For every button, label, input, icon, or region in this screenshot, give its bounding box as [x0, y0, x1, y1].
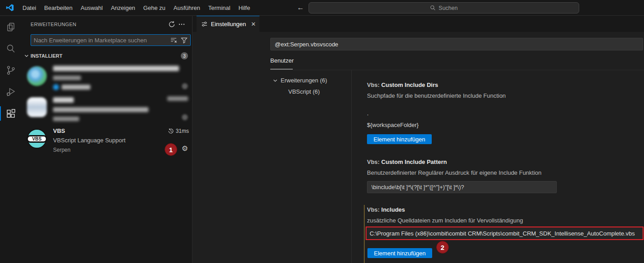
back-arrow-icon[interactable]: ←: [297, 4, 304, 12]
extension-item-redacted-2[interactable]: ⚙: [22, 93, 192, 124]
annotation-step-2: 2: [436, 241, 449, 254]
redacted-extension-title: [53, 97, 74, 103]
source-control-icon[interactable]: [0, 59, 22, 81]
add-item-button[interactable]: Element hinzufügen: [367, 134, 432, 144]
list-item-value[interactable]: ${workspaceFolder}: [367, 122, 631, 128]
include-pattern-input[interactable]: [367, 181, 557, 193]
search-icon[interactable]: [0, 38, 22, 59]
installed-count-badge: 3: [181, 52, 188, 59]
extensions-icon[interactable]: [0, 103, 22, 124]
menu-bearbeiten[interactable]: Bearbeiten: [40, 3, 76, 13]
menu-ausfuehren[interactable]: Ausführen: [170, 3, 204, 13]
explorer-icon[interactable]: [0, 16, 22, 38]
includes-list-row-highlighted[interactable]: C:\Program Files (x86)\combit\combit CRM…: [366, 227, 644, 240]
toc-label: Erweiterungen (6): [281, 77, 327, 84]
history-clock-icon: [168, 128, 174, 134]
redacted-extension-meta: [167, 96, 188, 101]
list-item-value[interactable]: .: [367, 110, 631, 117]
activation-time: 31ms: [168, 128, 189, 134]
filter-funnel-icon[interactable]: [181, 37, 188, 44]
extension-name: VBS: [53, 127, 168, 134]
gear-icon[interactable]: ⚙: [182, 113, 188, 122]
redacted-publisher-name: [62, 85, 90, 90]
close-tab-icon[interactable]: ✕: [251, 21, 256, 27]
redacted-extension-title: [53, 66, 179, 71]
tab-bar: Einstellungen ✕: [193, 16, 644, 32]
extensions-sidebar: ERWEITERUNGEN: [22, 16, 192, 263]
command-center-label: Suchen: [438, 5, 457, 11]
setting-custom-include-pattern: Vbs: Custom Include Pattern Benutzerdefi…: [367, 159, 631, 193]
tab-label: Einstellungen: [211, 21, 248, 27]
extensions-search-box: [31, 34, 191, 46]
run-and-debug-icon[interactable]: [0, 81, 22, 103]
titlebar: Datei Bearbeiten Auswahl Anzeigen Gehe z…: [0, 0, 644, 16]
redacted-publisher-name: [53, 117, 79, 121]
includes-path-value: C:\Program Files (x86)\combit\combit CRM…: [367, 230, 635, 237]
extension-item-redacted-1[interactable]: ⚙: [22, 62, 192, 93]
gear-icon[interactable]: ⚙: [182, 145, 188, 152]
toc-sash[interactable]: [351, 70, 352, 263]
extension-description: VBScript Language Support: [53, 137, 189, 144]
setting-description: Suchpfade für die benutzerdefinierte Inc…: [367, 92, 631, 99]
sidebar-title: ERWEITERUNGEN: [31, 22, 167, 27]
chevron-down-icon: [23, 53, 30, 59]
menu-auswahl[interactable]: Auswahl: [76, 3, 107, 13]
vscode-logo-icon: [6, 4, 14, 12]
settings-search-input[interactable]: [271, 38, 643, 50]
setting-description: zusätzliche Quelldateien zum Includen fü…: [367, 217, 631, 224]
toc-item-erweiterungen[interactable]: Erweiterungen (6): [272, 77, 327, 84]
sidebar-header: ERWEITERUNGEN: [22, 16, 192, 32]
scope-divider: [270, 70, 644, 70]
vscode-window: Datei Bearbeiten Auswahl Anzeigen Gehe z…: [0, 0, 644, 263]
menu-hilfe[interactable]: Hilfe: [234, 3, 254, 13]
more-actions-icon[interactable]: [177, 19, 187, 29]
menu-gehe-zu[interactable]: Gehe zu: [139, 3, 170, 13]
menu-anzeigen[interactable]: Anzeigen: [107, 3, 139, 13]
redacted-extension-description: [53, 76, 81, 80]
vbs-extension-icon: VBS: [27, 129, 47, 149]
installed-section-header[interactable]: INSTALLIERT 3: [22, 51, 192, 61]
settings-sliders-icon: [201, 21, 208, 27]
setting-includes: Vbs: Includes zusätzliche Quelldateien z…: [367, 206, 631, 224]
clear-filter-icon[interactable]: [170, 36, 177, 44]
tab-benutzer[interactable]: Benutzer: [270, 57, 294, 64]
extension-icon-redacted: [27, 97, 47, 117]
tab-einstellungen[interactable]: Einstellungen ✕: [197, 16, 259, 32]
verified-publisher-icon: [53, 84, 59, 90]
refresh-icon[interactable]: [167, 19, 177, 29]
command-center-search[interactable]: Suchen: [309, 2, 579, 14]
modified-setting-indicator: [364, 205, 365, 263]
vbs-icon-label: VBS: [27, 135, 47, 143]
toc-item-vbscript[interactable]: VBScript (6): [288, 88, 320, 95]
extension-icon-redacted: [27, 66, 47, 86]
setting-title: Vbs: Custom Include Dirs: [367, 82, 631, 88]
settings-search-box: [270, 38, 643, 50]
setting-title: Vbs: Custom Include Pattern: [367, 159, 631, 165]
extensions-search-input[interactable]: [31, 37, 170, 44]
setting-title: Vbs: Includes: [367, 206, 631, 213]
editor-area: Einstellungen ✕ Benutzer Erweiterungen (…: [193, 16, 644, 263]
menu-terminal[interactable]: Terminal: [204, 3, 234, 13]
setting-description: Benutzerdefinierter Regulärer Ausdruck f…: [367, 169, 631, 176]
benutzer-active-underline: [270, 69, 293, 69]
search-icon: [430, 5, 436, 11]
add-item-button[interactable]: Element hinzufügen: [367, 248, 432, 258]
menu-bar: Datei Bearbeiten Auswahl Anzeigen Gehe z…: [18, 3, 254, 13]
menu-datei[interactable]: Datei: [18, 3, 40, 13]
gear-icon[interactable]: ⚙: [182, 82, 188, 91]
annotation-step-1: 1: [165, 143, 177, 156]
installed-section-label: INSTALLIERT: [31, 53, 181, 59]
redacted-extension-description: [53, 107, 148, 112]
setting-custom-include-dirs: Vbs: Custom Include Dirs Suchpfade für d…: [367, 82, 631, 144]
activity-bar: [0, 16, 22, 263]
chevron-down-icon: [272, 77, 278, 84]
